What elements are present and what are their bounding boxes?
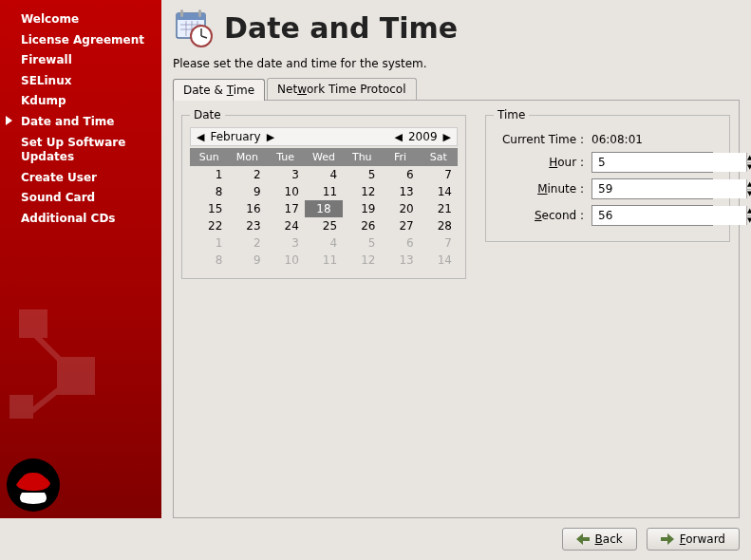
calendar-day: 7	[420, 234, 458, 252]
calendar-dow: Mon	[228, 148, 266, 166]
current-time-label: Current Time :	[494, 133, 584, 146]
sidebar-item-additional-cds[interactable]: Additional CDs	[0, 209, 161, 230]
calendar-day[interactable]: 22	[190, 217, 228, 234]
sidebar-item-welcome[interactable]: Welcome	[0, 9, 161, 30]
calendar-year: 2009	[408, 130, 438, 143]
calendar-day[interactable]: 3	[267, 166, 305, 183]
tab-bar: Date & TimeNetwork Time Protocol	[173, 78, 740, 100]
calendar-day[interactable]: 15	[190, 200, 228, 217]
calendar-day: 10	[267, 252, 305, 269]
redhat-logo-icon	[5, 457, 62, 513]
calendar-day[interactable]: 21	[420, 200, 458, 217]
time-fieldset: Time Current Time : 06:08:01 Hour : ▲▼ M…	[485, 108, 730, 242]
page-subtitle: Please set the date and time for the sys…	[173, 57, 740, 70]
calendar-day[interactable]: 10	[267, 183, 305, 200]
calendar-day: 8	[190, 252, 228, 269]
sidebar-item-sound-card[interactable]: Sound Card	[0, 188, 161, 209]
calendar-day: 1	[190, 234, 228, 252]
tab-0[interactable]: Date & Time	[173, 79, 265, 101]
arrow-right-icon	[661, 533, 674, 545]
back-button[interactable]: Back	[562, 528, 637, 551]
button-bar: Back Forward	[0, 518, 751, 560]
svg-rect-7	[180, 9, 183, 17]
svg-point-4	[23, 473, 44, 482]
hour-down-button[interactable]: ▼	[747, 163, 751, 173]
calendar-day[interactable]: 18	[305, 200, 343, 217]
sidebar-item-kdump[interactable]: Kdump	[0, 91, 161, 112]
minute-up-button[interactable]: ▲	[747, 179, 751, 190]
calendar-day[interactable]: 19	[343, 200, 381, 217]
date-legend: Date	[190, 108, 225, 121]
sidebar-item-selinux[interactable]: SELinux	[0, 71, 161, 92]
forward-button[interactable]: Forward	[647, 528, 740, 551]
calendar-day[interactable]: 11	[305, 183, 343, 200]
calendar-day[interactable]: 5	[343, 166, 381, 183]
second-label: Second :	[494, 209, 584, 222]
content-area: Date and Time Please set the date and ti…	[161, 0, 751, 518]
second-spinner[interactable]: ▲▼	[591, 205, 713, 226]
calendar-grid: SunMonTueWedThuFriSat 123456789101112131…	[190, 148, 458, 269]
minute-label: Minute :	[494, 182, 584, 196]
calendar-day[interactable]: 12	[343, 183, 381, 200]
second-down-button[interactable]: ▼	[747, 216, 751, 226]
tab-1[interactable]: Network Time Protocol	[267, 78, 416, 100]
calendar-day: 4	[305, 234, 343, 252]
sidebar-item-set-up-software-updates[interactable]: Set Up Software Updates	[0, 133, 161, 168]
calendar-day[interactable]: 17	[267, 200, 305, 217]
calendar-day[interactable]: 14	[420, 183, 458, 200]
date-fieldset: Date ◀ February ▶ ◀ 2009 ▶ SunMonTueWedT…	[181, 108, 466, 279]
second-input[interactable]	[592, 206, 746, 225]
sidebar: WelcomeLicense AgreementFirewallSELinuxK…	[0, 0, 161, 518]
calendar-day[interactable]: 16	[228, 200, 266, 217]
calendar-day[interactable]: 7	[420, 166, 458, 183]
tab-panel: Date ◀ February ▶ ◀ 2009 ▶ SunMonTueWedT…	[173, 100, 740, 518]
svg-rect-0	[19, 309, 47, 338]
arrow-left-icon	[576, 533, 590, 545]
calendar-day: 6	[381, 234, 419, 252]
second-up-button[interactable]: ▲	[747, 206, 751, 216]
sidebar-item-license-agreement[interactable]: License Agreement	[0, 30, 161, 51]
calendar-day: 2	[228, 234, 266, 252]
calendar-day[interactable]: 9	[228, 183, 266, 200]
calendar-day[interactable]: 25	[305, 217, 343, 234]
calendar-dow: Tue	[267, 148, 305, 166]
sidebar-decoration	[0, 271, 161, 461]
time-legend: Time	[494, 108, 529, 121]
calendar-day[interactable]: 23	[228, 217, 266, 234]
calendar-day[interactable]: 20	[381, 200, 419, 217]
prev-year-button[interactable]: ◀	[393, 131, 404, 143]
calendar-day: 3	[267, 234, 305, 252]
sidebar-item-date-and-time[interactable]: Date and Time	[0, 112, 161, 133]
calendar-day[interactable]: 4	[305, 166, 343, 183]
calendar-day[interactable]: 28	[420, 217, 458, 234]
minute-spinner[interactable]: ▲▼	[591, 178, 713, 199]
minute-down-button[interactable]: ▼	[747, 190, 751, 199]
calendar-day[interactable]: 24	[267, 217, 305, 234]
calendar-day[interactable]: 27	[381, 217, 419, 234]
current-time-value: 06:08:01	[591, 133, 643, 146]
next-year-button[interactable]: ▶	[441, 131, 453, 143]
calendar-day: 12	[343, 252, 381, 269]
calendar-dow: Wed	[305, 148, 343, 166]
calendar-month: February	[210, 130, 260, 143]
prev-month-button[interactable]: ◀	[195, 131, 206, 143]
svg-rect-1	[57, 357, 95, 395]
calendar-day[interactable]: 6	[381, 166, 419, 183]
calendar-dow: Sun	[190, 148, 228, 166]
calendar-day: 14	[420, 252, 458, 269]
sidebar-item-create-user[interactable]: Create User	[0, 168, 161, 189]
calendar-day[interactable]: 2	[228, 166, 266, 183]
hour-spinner[interactable]: ▲▼	[591, 152, 713, 173]
calendar-dow: Fri	[381, 148, 419, 166]
calendar-day[interactable]: 13	[381, 183, 419, 200]
calendar-day[interactable]: 8	[190, 183, 228, 200]
hour-label: Hour :	[494, 156, 584, 169]
sidebar-item-firewall[interactable]: Firewall	[0, 50, 161, 71]
next-month-button[interactable]: ▶	[265, 131, 276, 143]
hour-up-button[interactable]: ▲	[747, 153, 751, 163]
hour-input[interactable]	[592, 153, 746, 172]
minute-input[interactable]	[592, 179, 746, 198]
calendar-day: 9	[228, 252, 266, 269]
calendar-day[interactable]: 1	[190, 166, 228, 183]
calendar-day[interactable]: 26	[343, 217, 381, 234]
